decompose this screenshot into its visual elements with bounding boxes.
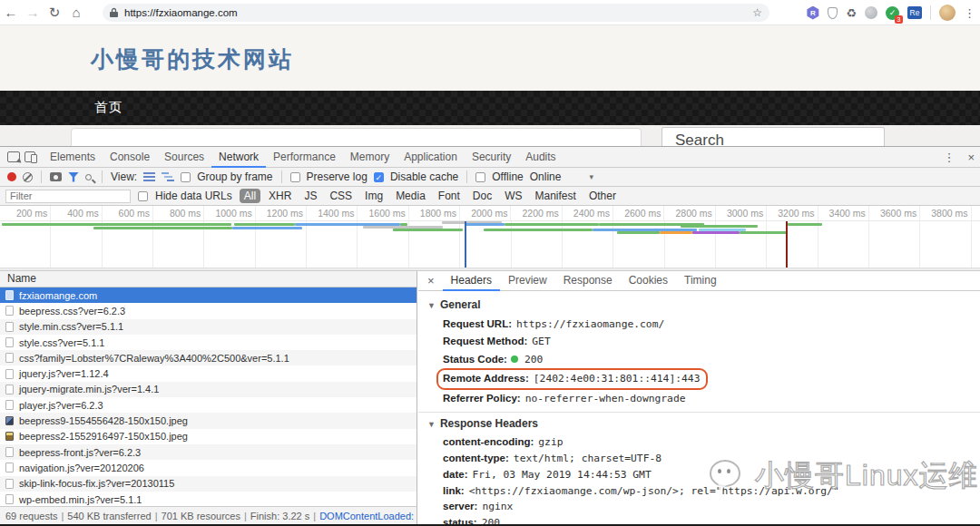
request-row[interactable]: jquery-migrate.min.js?ver=1.4.1 [0,382,416,397]
waterfall-overview[interactable] [0,221,980,268]
devtools-menu-icon[interactable]: ⋮ [943,151,955,164]
filter-pill-img[interactable]: Img [360,189,387,203]
file-icon [5,447,14,457]
request-row[interactable]: style.min.css?ver=5.1.1 [0,319,416,335]
back-icon[interactable]: ← [0,5,22,20]
request-row[interactable]: beepress2-1552916497-150x150.jpeg [0,429,416,444]
inspect-element-icon[interactable] [7,151,20,162]
browser-menu-icon[interactable]: ⋮ [964,6,975,20]
list-view-icon[interactable] [143,172,155,181]
throttling-dropdown[interactable]: Online [530,170,562,183]
image-thumb-icon [5,432,14,441]
file-icon [5,290,14,300]
timeline-tick: 2000 ms [460,206,511,220]
file-icon [5,369,14,379]
request-row[interactable]: player.js?ver=6.2.3 [0,397,416,413]
bookmark-star-icon[interactable]: ☆ [752,6,762,19]
extension-globe-icon[interactable] [865,6,877,19]
filter-pill-js[interactable]: JS [299,189,321,203]
nav-home-link[interactable]: 首页 [94,99,122,116]
waterfall-view-icon[interactable] [162,172,174,181]
request-row[interactable]: wp-embed.min.js?ver=5.1.1 [0,492,416,506]
offline-checkbox[interactable] [475,172,485,182]
network-filter-bar: Hide data URLs AllXHRJSCSSImgMediaFontDo… [0,187,980,206]
extension-re-icon[interactable]: Re [907,6,922,19]
devtools-tab-network[interactable]: Network [211,147,266,168]
chevron-down-icon[interactable]: ▾ [589,172,593,181]
status-part: DOMContentLoaded: 1.83 s [319,511,417,521]
page-header: 小慢哥的技术网站 [0,25,980,91]
timeline-tick: 1800 ms [409,206,460,220]
request-row[interactable]: beepress.css?ver=6.2.3 [0,303,416,318]
request-row[interactable]: beepress-front.js?ver=6.2.3 [0,444,416,460]
detail-tab-timing[interactable]: Timing [676,271,725,291]
close-icon[interactable]: × [427,274,435,287]
devtools-tab-elements[interactable]: Elements [43,147,103,168]
filter-pill-xhr[interactable]: XHR [264,189,296,203]
request-row[interactable]: navigation.js?ver=20120206 [0,460,416,475]
profile-avatar[interactable] [939,5,956,21]
extension-badge: 3 [895,15,903,24]
hide-data-urls-checkbox[interactable] [138,191,148,201]
extension-r-icon[interactable]: R [806,6,819,20]
site-search-input[interactable]: Search [662,127,885,146]
screenshot-capture-icon[interactable] [50,172,62,181]
search-icon[interactable] [85,174,92,180]
waterfall-bar [660,231,692,234]
response-headers-section-header[interactable]: ▼Response Headers [427,417,980,434]
filter-pill-css[interactable]: CSS [325,189,357,203]
detail-tab-headers[interactable]: Headers [443,271,500,291]
clear-icon[interactable] [23,172,33,182]
extension-green-icon[interactable]: ✓3 [886,6,899,20]
name-column-header[interactable]: Name [0,271,416,287]
forward-icon[interactable]: → [22,5,44,20]
disable-cache-checkbox[interactable]: ✓ [374,172,384,182]
filter-input[interactable] [5,190,131,203]
filter-pill-ws[interactable]: WS [500,189,526,203]
preserve-log-checkbox[interactable] [290,172,300,182]
detail-tab-preview[interactable]: Preview [500,271,555,291]
device-toolbar-icon[interactable] [24,151,35,162]
view-label: View: [111,170,137,183]
devtools-tab-sources[interactable]: Sources [157,147,211,168]
general-section-header[interactable]: ▼General [427,298,980,316]
group-by-frame-checkbox[interactable] [181,172,191,182]
extension-shield-icon[interactable] [828,7,838,19]
request-row[interactable]: beepress9-1554556428-150x150.jpeg [0,413,416,428]
filter-funnel-icon[interactable] [68,172,79,182]
header-value: nginx [482,501,513,512]
devtools-tab-audits[interactable]: Audits [518,147,563,168]
reload-icon[interactable]: ↻ [44,5,65,21]
request-detail-pane: × HeadersPreviewResponseCookiesTiming ▼G… [418,271,980,526]
request-row[interactable]: css?family=Lobster%7CRaleway%3A400%2C500… [0,350,416,365]
filter-pill-manifest[interactable]: Manifest [531,189,581,203]
home-icon[interactable]: ⌂ [65,5,87,20]
request-name: style.css?ver=5.1.1 [19,337,104,348]
request-row[interactable]: jquery.js?ver=1.12.4 [0,365,416,381]
timeline-tick: 2400 ms [563,206,613,220]
devtools-tab-application[interactable]: Application [397,147,465,168]
filter-pill-all[interactable]: All [240,189,260,203]
devtools-close-icon[interactable]: × [967,151,975,164]
timeline-tick: 800 ms [153,206,204,220]
devtools-tab-performance[interactable]: Performance [266,147,343,168]
waterfall-bar [692,231,740,234]
extension-recycle-icon[interactable]: ♻ [846,6,857,20]
filter-pill-doc[interactable]: Doc [468,189,496,203]
devtools-tab-security[interactable]: Security [465,147,518,168]
detail-tab-cookies[interactable]: Cookies [621,271,676,291]
filter-pill-other[interactable]: Other [584,189,621,203]
detail-tab-response[interactable]: Response [555,271,621,291]
waterfall-bar [234,223,295,226]
request-row[interactable]: skip-link-focus-fix.js?ver=20130115 [0,476,416,492]
record-icon[interactable] [7,172,16,181]
request-row[interactable]: style.css?ver=5.1.1 [0,335,416,350]
devtools-tab-memory[interactable]: Memory [343,147,397,168]
address-bar[interactable]: https://fzxiaomange.com ☆ [103,4,769,22]
preserve-log-label: Preserve log [307,170,368,183]
request-name: player.js?ver=6.2.3 [19,400,103,411]
filter-pill-media[interactable]: Media [391,189,430,203]
filter-pill-font[interactable]: Font [434,189,465,203]
devtools-tab-console[interactable]: Console [103,147,157,168]
request-row[interactable]: fzxiaomange.com [0,287,416,303]
